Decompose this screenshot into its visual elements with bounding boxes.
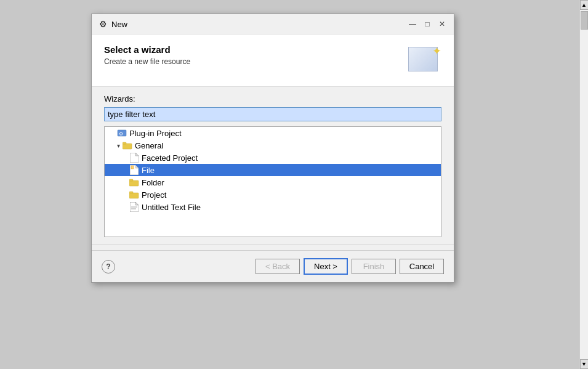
svg-marker-5 xyxy=(135,153,139,156)
header-subtitle: Create a new file resource xyxy=(104,57,190,66)
dialog-icon: ⚙ xyxy=(98,19,108,29)
wizard-icon: ✦ xyxy=(408,44,441,78)
svg-text:⚙: ⚙ xyxy=(119,131,123,137)
tree-item-file[interactable]: File xyxy=(105,164,441,176)
dialog-title: New xyxy=(111,20,403,29)
svg-rect-11 xyxy=(129,193,139,198)
title-controls: — □ ✕ xyxy=(407,19,448,29)
body-section: Wizards: ⚙ Plug-in Project ▾ xyxy=(92,87,454,245)
faceted-project-label: Faceted Project xyxy=(142,153,198,163)
file-icon xyxy=(129,165,139,175)
back-button[interactable]: < Back xyxy=(256,259,300,274)
dialog: ⚙ New — □ ✕ Select a wizard Create a new… xyxy=(91,14,454,283)
close-button[interactable]: ✕ xyxy=(437,19,448,29)
plugin-project-label: Plug-in Project xyxy=(129,129,182,138)
tree-item-folder[interactable]: Folder xyxy=(105,176,441,189)
file-label: File xyxy=(142,166,155,175)
tree-item-plugin-project[interactable]: ⚙ Plug-in Project xyxy=(105,127,441,139)
svg-rect-8 xyxy=(131,166,134,169)
svg-marker-7 xyxy=(135,165,139,168)
header-title: Select a wizard xyxy=(104,44,190,55)
wizards-label: Wizards: xyxy=(104,94,441,103)
wizard-icon-star: ✦ xyxy=(432,44,441,58)
tree-container[interactable]: ⚙ Plug-in Project ▾ General xyxy=(104,126,441,237)
tree-item-project[interactable]: Project xyxy=(105,189,441,201)
filter-input[interactable] xyxy=(104,107,441,121)
finish-button[interactable]: Finish xyxy=(352,259,396,274)
tree-item-untitled-text-file[interactable]: Untitled Text File xyxy=(105,201,441,213)
app-scrollbar[interactable]: ▲ ▼ xyxy=(579,0,588,369)
tree-item-faceted-project[interactable]: Faceted Project xyxy=(105,152,441,164)
maximize-button[interactable]: □ xyxy=(422,19,433,29)
svg-rect-12 xyxy=(129,192,133,193)
scroll-up-button[interactable]: ▲ xyxy=(580,0,589,10)
plugin-project-icon: ⚙ xyxy=(117,128,127,138)
untitled-text-file-icon xyxy=(129,202,139,212)
header-text: Select a wizard Create a new file resour… xyxy=(104,44,190,66)
svg-marker-14 xyxy=(135,202,139,205)
next-button[interactable]: Next > xyxy=(304,258,348,275)
footer-separator xyxy=(92,250,454,251)
faceted-project-icon xyxy=(129,153,139,163)
svg-rect-9 xyxy=(129,180,139,186)
untitled-text-file-label: Untitled Text File xyxy=(142,203,201,212)
cancel-button[interactable]: Cancel xyxy=(400,259,444,274)
project-label: Project xyxy=(142,190,166,200)
svg-rect-3 xyxy=(123,142,126,144)
project-icon xyxy=(129,190,139,200)
scroll-down-button[interactable]: ▼ xyxy=(580,359,589,369)
footer-area: ? < Back Next > Finish Cancel xyxy=(92,245,454,282)
title-bar: ⚙ New — □ ✕ xyxy=(92,14,454,34)
svg-marker-4 xyxy=(130,153,139,163)
general-icon xyxy=(123,140,132,150)
tree-item-general[interactable]: ▾ General xyxy=(105,139,441,152)
scroll-thumb[interactable] xyxy=(581,11,588,30)
button-row: ? < Back Next > Finish Cancel xyxy=(92,256,454,277)
svg-rect-2 xyxy=(123,144,132,149)
folder-icon xyxy=(129,177,139,187)
help-button[interactable]: ? xyxy=(102,260,115,274)
header-section: Select a wizard Create a new file resour… xyxy=(92,34,454,87)
general-label: General xyxy=(135,141,163,150)
svg-rect-10 xyxy=(129,179,133,181)
general-chevron: ▾ xyxy=(117,142,120,149)
folder-label: Folder xyxy=(142,178,164,187)
minimize-button[interactable]: — xyxy=(407,19,418,29)
